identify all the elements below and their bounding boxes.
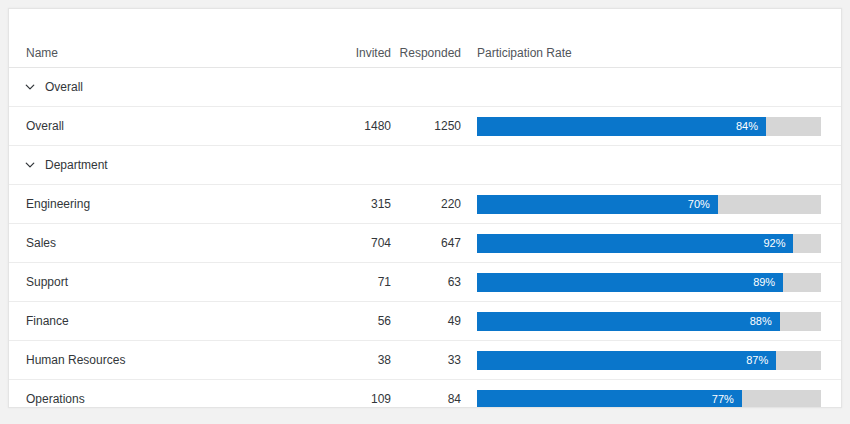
table-row: Engineering 315 220 70% [9,185,841,224]
participation-bar-fill: 70% [477,195,718,214]
row-invited: 109 [321,392,391,406]
participation-bar-fill: 87% [477,351,776,370]
participation-bar-track: 77% [477,390,821,409]
row-invited: 56 [321,314,391,328]
row-invited: 71 [321,275,391,289]
row-invited: 38 [321,353,391,367]
table-header-row: Name Invited Responded Participation Rat… [9,9,841,68]
participation-bar-track: 92% [477,234,821,253]
participation-bar-fill: 88% [477,312,780,331]
row-responded: 220 [391,197,461,211]
table-row: Overall 1480 1250 84% [9,107,841,146]
participation-bar-fill: 92% [477,234,793,253]
participation-rate-label: 87% [746,354,776,366]
row-responded: 1250 [391,119,461,133]
group-label: Department [45,158,108,172]
row-invited: 1480 [321,119,391,133]
participation-rate-label: 92% [763,237,793,249]
column-header-responded: Responded [391,46,461,60]
row-responded: 63 [391,275,461,289]
row-name: Finance [26,314,321,328]
participation-bar-fill: 77% [477,390,742,409]
column-header-name: Name [26,46,321,60]
participation-bar-fill: 84% [477,117,766,136]
table-row: Human Resources 38 33 87% [9,341,841,380]
participation-rate-label: 77% [712,393,742,405]
participation-bar-track: 87% [477,351,821,370]
row-invited: 315 [321,197,391,211]
participation-bar-track: 89% [477,273,821,292]
participation-bar-track: 84% [477,117,821,136]
table-row: Finance 56 49 88% [9,302,841,341]
row-name: Sales [26,236,321,250]
row-responded: 84 [391,392,461,406]
participation-rate-label: 70% [688,198,718,210]
participation-bar-track: 88% [477,312,821,331]
row-responded: 49 [391,314,461,328]
row-name: Operations [26,392,321,406]
group-label: Overall [45,80,83,94]
chevron-down-icon[interactable] [24,159,36,171]
row-name: Overall [26,119,321,133]
participation-summary-widget: Name Invited Responded Participation Rat… [8,8,842,408]
participation-rate-label: 89% [753,276,783,288]
participation-bar-track: 70% [477,195,821,214]
participation-bar-fill: 89% [477,273,783,292]
group-row-overall[interactable]: Overall [9,68,841,107]
table-row: Sales 704 647 92% [9,224,841,263]
participation-rate-label: 88% [750,315,780,327]
table-row: Support 71 63 89% [9,263,841,302]
participation-rate-label: 84% [736,120,766,132]
table-row: Operations 109 84 77% [9,380,841,408]
row-name: Support [26,275,321,289]
row-name: Engineering [26,197,321,211]
row-responded: 647 [391,236,461,250]
chevron-down-icon[interactable] [24,81,36,93]
row-name: Human Resources [26,353,321,367]
row-invited: 704 [321,236,391,250]
column-header-participation-rate: Participation Rate [477,46,821,60]
row-responded: 33 [391,353,461,367]
group-row-department[interactable]: Department [9,146,841,185]
column-header-invited: Invited [321,46,391,60]
